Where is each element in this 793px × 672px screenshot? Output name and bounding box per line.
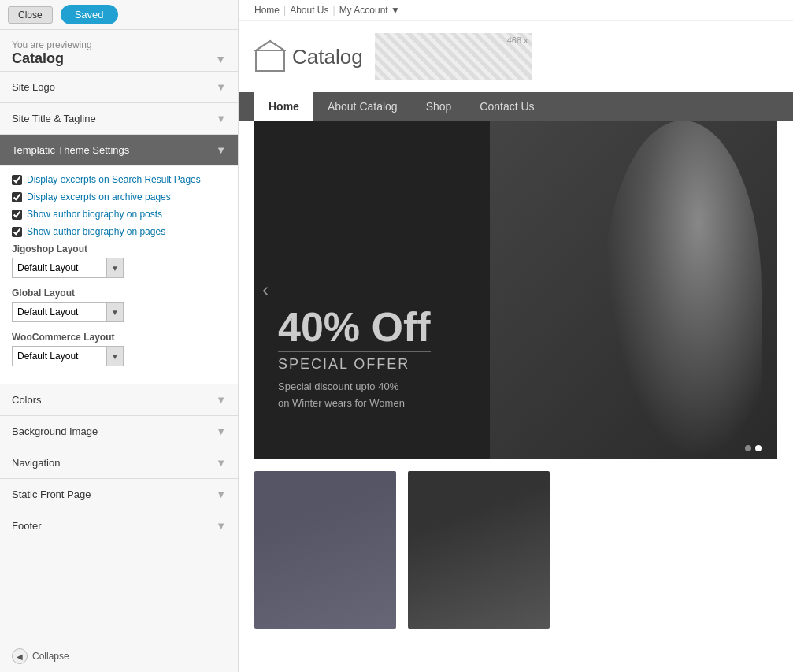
left-panel: Close Saved You are previewing Catalog ▼… bbox=[0, 0, 239, 672]
nav-home[interactable]: Home bbox=[254, 92, 313, 121]
previewing-label: You are previewing bbox=[12, 39, 226, 50]
top-bar: Close Saved bbox=[0, 0, 238, 30]
topbar-sep-1: | bbox=[283, 5, 286, 16]
site-logo-area: Catalog bbox=[254, 39, 363, 75]
theme-settings-arrow: ▼ bbox=[216, 144, 226, 156]
slider-section: 40% Off SPECIAL OFFER Special discount u… bbox=[254, 121, 777, 459]
catalog-title: Catalog bbox=[12, 50, 64, 67]
saved-button[interactable]: Saved bbox=[61, 5, 118, 24]
section-colors[interactable]: Colors ▼ bbox=[0, 384, 238, 415]
slider-dots bbox=[745, 445, 762, 451]
checkbox-biography-pages[interactable] bbox=[12, 227, 22, 237]
collapse-bar[interactable]: ◀ Collapse bbox=[0, 640, 238, 672]
checkbox-label-3: Show author biography on posts bbox=[27, 209, 162, 220]
section-theme-settings[interactable]: Templatic Theme Settings ▼ bbox=[0, 134, 238, 165]
woocommerce-layout-group: WooCommerce Layout Default Layout ▼ bbox=[12, 332, 226, 366]
woocommerce-layout-select[interactable]: Default Layout bbox=[12, 346, 106, 366]
close-button[interactable]: Close bbox=[8, 6, 53, 24]
global-layout-select[interactable]: Default Layout bbox=[12, 302, 106, 322]
previewing-arrow[interactable]: ▼ bbox=[215, 53, 226, 65]
section-navigation[interactable]: Navigation ▼ bbox=[0, 447, 238, 478]
global-layout-label: Global Layout bbox=[12, 288, 226, 299]
topbar-account-link[interactable]: My Account ▼ bbox=[339, 5, 400, 16]
nav-shop[interactable]: Shop bbox=[412, 92, 466, 121]
svg-marker-0 bbox=[256, 41, 284, 71]
site-nav: Home About Catalog Shop Contact Us bbox=[239, 92, 793, 121]
topbar-home-link[interactable]: Home bbox=[254, 5, 280, 16]
previewing-title: Catalog ▼ bbox=[12, 50, 226, 67]
site-logo-arrow: ▼ bbox=[216, 81, 226, 93]
site-topbar: Home | About Us | My Account ▼ bbox=[239, 0, 793, 21]
collapse-label: Collapse bbox=[32, 651, 69, 662]
slider-prev-button[interactable]: ‹ bbox=[262, 279, 269, 301]
global-select-wrap: Default Layout ▼ bbox=[12, 302, 226, 322]
checkbox-item-2: Display excerpts on archive pages bbox=[12, 191, 226, 202]
slider-desc-line1: Special discount upto 40% bbox=[278, 381, 398, 392]
checkbox-excerpts-archive[interactable] bbox=[12, 192, 22, 202]
section-static-front-page[interactable]: Static Front Page ▼ bbox=[0, 478, 238, 510]
checkbox-item-3: Show author biography on posts bbox=[12, 209, 226, 220]
checkbox-item-1: Display excerpts on Search Result Pages bbox=[12, 174, 226, 185]
slider-percent: 40% Off bbox=[278, 306, 431, 347]
global-layout-group: Global Layout Default Layout ▼ bbox=[12, 288, 226, 322]
navigation-arrow: ▼ bbox=[216, 457, 226, 469]
svg-marker-1 bbox=[256, 41, 284, 50]
colors-label: Colors bbox=[12, 394, 42, 406]
topbar-about-link[interactable]: About Us bbox=[290, 5, 328, 16]
background-image-arrow: ▼ bbox=[216, 425, 226, 437]
woocommerce-select-wrap: Default Layout ▼ bbox=[12, 346, 226, 366]
theme-settings-content: Display excerpts on Search Result Pages … bbox=[0, 165, 238, 384]
jigoshop-layout-select[interactable]: Default Layout bbox=[12, 258, 106, 278]
slider-description: Special discount upto 40% on Winter wear… bbox=[278, 379, 431, 412]
checkbox-label-1: Display excerpts on Search Result Pages bbox=[27, 174, 201, 185]
navigation-label: Navigation bbox=[12, 457, 60, 469]
products-row bbox=[254, 471, 777, 629]
site-header: Catalog 468 x bbox=[239, 21, 793, 92]
checkbox-label-4: Show author biography on pages bbox=[27, 226, 165, 237]
checkbox-item-4: Show author biography on pages bbox=[12, 226, 226, 237]
collapse-arrow-icon: ◀ bbox=[12, 648, 28, 664]
nav-contact-us[interactable]: Contact Us bbox=[465, 92, 548, 121]
checkbox-biography-posts[interactable] bbox=[12, 210, 22, 220]
logo-icon bbox=[254, 39, 286, 75]
placeholder-image: 468 x bbox=[375, 33, 532, 80]
section-footer[interactable]: Footer ▼ bbox=[0, 510, 238, 541]
footer-arrow: ▼ bbox=[216, 520, 226, 532]
section-site-title[interactable]: Site Title & Tagline ▼ bbox=[0, 102, 238, 134]
global-select-arrow[interactable]: ▼ bbox=[106, 302, 124, 322]
right-panel: Home | About Us | My Account ▼ Catalog 4… bbox=[239, 0, 793, 672]
my-account-text: My Account bbox=[339, 5, 388, 16]
site-name: Catalog bbox=[292, 45, 363, 69]
account-dropdown-icon: ▼ bbox=[391, 5, 400, 16]
jigoshop-layout-group: Jigoshop Layout Default Layout ▼ bbox=[12, 243, 226, 278]
checkbox-excerpts-search[interactable] bbox=[12, 175, 22, 185]
site-logo-label: Site Logo bbox=[12, 81, 55, 93]
woocommerce-select-arrow[interactable]: ▼ bbox=[106, 346, 124, 366]
previewing-section: You are previewing Catalog ▼ bbox=[0, 30, 238, 71]
checkbox-label-2: Display excerpts on archive pages bbox=[27, 191, 171, 202]
woocommerce-layout-label: WooCommerce Layout bbox=[12, 332, 226, 343]
static-front-page-label: Static Front Page bbox=[12, 488, 91, 500]
site-title-label: Site Title & Tagline bbox=[12, 113, 96, 124]
section-background-image[interactable]: Background Image ▼ bbox=[0, 415, 238, 447]
jigoshop-layout-label: Jigoshop Layout bbox=[12, 243, 226, 254]
jigoshop-select-wrap: Default Layout ▼ bbox=[12, 258, 226, 278]
jigoshop-select-arrow[interactable]: ▼ bbox=[106, 258, 124, 278]
slider-content: 40% Off SPECIAL OFFER Special discount u… bbox=[278, 306, 431, 412]
product-thumb-1[interactable] bbox=[254, 471, 396, 629]
slider-desc-line2: on Winter wears for Women bbox=[278, 397, 405, 409]
slider-dot-1[interactable] bbox=[745, 445, 751, 451]
product-thumb-2[interactable] bbox=[408, 471, 550, 629]
nav-about-catalog[interactable]: About Catalog bbox=[313, 92, 412, 121]
background-image-label: Background Image bbox=[12, 425, 98, 437]
topbar-sep-2: | bbox=[333, 5, 335, 16]
slider-dot-2[interactable] bbox=[755, 445, 762, 451]
placeholder-size: 468 x bbox=[507, 35, 528, 45]
site-title-arrow: ▼ bbox=[216, 113, 226, 124]
footer-label: Footer bbox=[12, 520, 42, 532]
slider-offer: SPECIAL OFFER bbox=[278, 351, 431, 373]
static-front-page-arrow: ▼ bbox=[216, 488, 226, 500]
theme-settings-label: Templatic Theme Settings bbox=[12, 144, 129, 156]
section-site-logo[interactable]: Site Logo ▼ bbox=[0, 71, 238, 102]
colors-arrow: ▼ bbox=[216, 394, 226, 406]
